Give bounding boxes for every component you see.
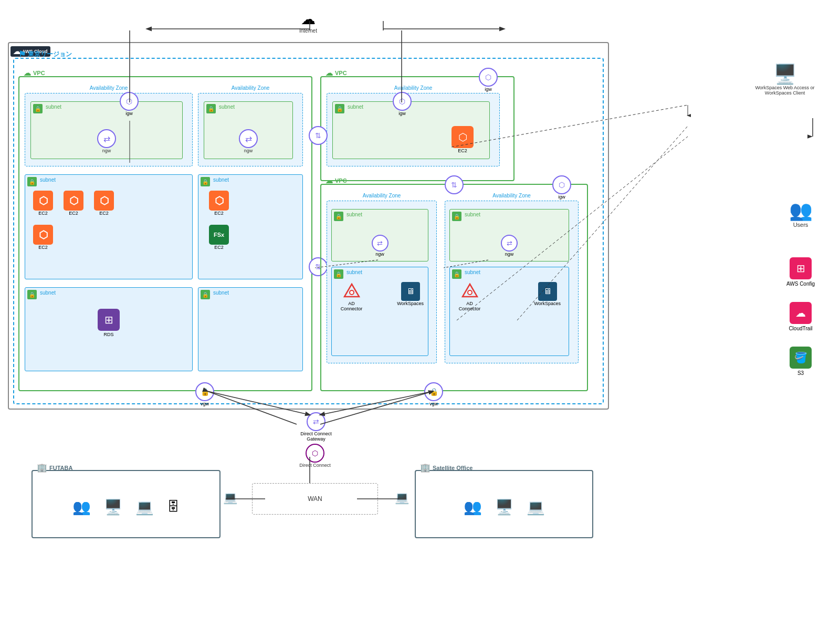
az-right-top: Availability Zone 🔒 subnet ⬡ EC2: [327, 93, 500, 166]
ad-connector-left: AD Connector: [337, 282, 366, 311]
router-left: 💻: [223, 491, 237, 505]
ec2-icon-1: ⬡ EC2: [33, 191, 53, 216]
futaba-users: 👥: [72, 498, 91, 516]
satellite-users: 👥: [464, 498, 482, 516]
ec2-icon-4: ⬡ EC2: [33, 225, 53, 250]
direct-connect-icon: ⬡ Direct Connect: [294, 444, 336, 468]
igw-right-top-pos: ⬡ igw: [393, 92, 412, 116]
vgw-right: 🔒 vgw: [424, 382, 443, 406]
ec2-icon-3: ⬡ EC2: [94, 191, 114, 216]
s3-icon: 🪣 S3: [774, 347, 827, 376]
satellite-laptop: 💻: [527, 498, 545, 516]
ec2-icon-5: ⬡ EC2: [209, 191, 229, 216]
subnet-rbvpc-az1-private: 🔒 subnet AD Connector 🖥 WorkSpaces: [331, 267, 428, 356]
igw-left: ⬡ igw: [120, 92, 139, 116]
direct-connect-gateway: ⇄ Direct Connect Gateway: [295, 412, 337, 442]
workspaces-client-icon: 🖥️ WorkSpaces Web Access or WorkSpaces C…: [748, 63, 822, 96]
workspaces-icon-left: 🖥 WorkSpaces: [397, 282, 424, 306]
subnet-left-rds: 🔒 subnet ⊞ RDS: [25, 287, 193, 371]
vpc-right-bottom-box: ☁ VPC ⬡ igw ⇅ Availability Zone 🔒 subnet…: [320, 184, 588, 391]
router-right: 💻: [395, 491, 409, 505]
ec2-icon-2: ⬡ EC2: [64, 191, 83, 216]
nat-gw-middle-2: ⇅: [309, 126, 328, 145]
subnet-left-az2-private-ec2: 🔒 subnet ⬡ EC2 FSx EC2: [198, 174, 303, 279]
futaba-box: 🏢 FUTABA 👥 🖥️ 💻 🗄: [32, 470, 220, 538]
futaba-monitor: 🖥️: [104, 498, 122, 516]
futaba-laptop: 💻: [135, 498, 154, 516]
tokyo-region-label: ⚑ 東京リージョン: [18, 49, 72, 59]
vpc-right-bottom-label: ☁ VPC: [326, 176, 347, 185]
subnet-left-az2-public: 🔒 subnet ⇄ ngw: [204, 101, 293, 159]
igw-right-top: ⬡ igw: [479, 68, 498, 92]
svg-point-22: [350, 291, 353, 294]
vpc-right-top-box: ☁ VPC ⬡ igw Availability Zone 🔒 subnet ⬡…: [320, 76, 514, 181]
diagram-container: ☁ AWS Cloud ⚑ 東京リージョン ☁ Internet ☁ VPC A…: [0, 0, 840, 617]
workspaces-icon-right: 🖥 WorkSpaces: [534, 282, 561, 306]
vgw-left: 🔒 vgw: [195, 382, 214, 406]
igw-right-bottom: ⬡ igw: [552, 175, 571, 200]
tgw-right-bottom: ⇅: [445, 175, 464, 194]
arrow-to-client: [807, 118, 818, 139]
vpc-right-top-label: ☁ VPC: [326, 69, 347, 77]
wan-box: WAN: [252, 483, 378, 515]
satellite-label: 🏢 Satellite Office: [420, 463, 472, 473]
vpc-left-box: ☁ VPC Availability Zone 🔒 subnet ⇄ ngw A…: [18, 76, 312, 391]
subnet-rbvpc-az2-public: 🔒 subnet ⇄ ngw: [449, 209, 569, 262]
futaba-label: 🏢 FUTABA: [37, 463, 72, 473]
ec2-right-top: ⬡ EC2: [452, 126, 474, 153]
subnet-left-private-ec2: 🔒 subnet ⬡ EC2 ⬡ EC2 ⬡ EC2: [25, 174, 193, 279]
svg-point-25: [468, 291, 471, 294]
subnet-left-az2-bottom: 🔒 subnet: [198, 287, 303, 371]
users-icon: 👥 Users: [780, 200, 822, 228]
az-left-top-right: Availability Zone 🔒 subnet ⇄ ngw: [198, 93, 303, 166]
subnet-left-az1-public: 🔒 subnet ⇄ ngw: [30, 101, 183, 159]
aws-config-icon: ⊞ AWS Config: [774, 257, 827, 287]
satellite-monitor: 🖥️: [495, 498, 513, 516]
az-left-top: Availability Zone 🔒 subnet ⇄ ngw: [25, 93, 193, 166]
internet-icon: ☁ Internet: [299, 11, 317, 34]
ad-connector-right: AD Connector: [455, 282, 484, 311]
futaba-server: 🗄: [167, 499, 180, 514]
az-right-bottom-right: Availability Zone 🔒 subnet ⇄ ngw 🔒 subne…: [445, 201, 579, 363]
satellite-box: 🏢 Satellite Office 👥 🖥️ 💻: [415, 470, 593, 538]
vpc-left-label: ☁ VPC: [24, 69, 45, 77]
az-right-bottom-left: Availability Zone 🔒 subnet ⇄ ngw 🔒 subne…: [327, 201, 437, 363]
cloudtrail-icon: ☁ CloudTrail: [774, 302, 827, 331]
fsx-icon: FSx EC2: [209, 225, 229, 250]
subnet-rbvpc-az1-public: 🔒 subnet ⇄ ngw: [331, 209, 428, 262]
subnet-rbvpc-az2-private: 🔒 subnet AD Connector 🖥 WorkSpaces: [449, 267, 569, 356]
